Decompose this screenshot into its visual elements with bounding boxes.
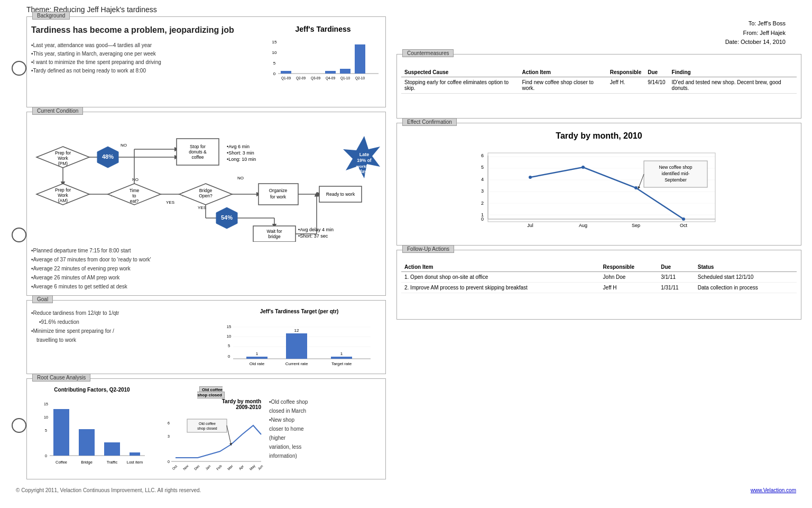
svg-text:•Avg 6 min: •Avg 6 min <box>227 144 250 149</box>
svg-text:Current rate: Current rate <box>285 361 308 366</box>
tardiness-chart: 15 10 5 0 <box>265 35 381 94</box>
svg-text:4: 4 <box>481 177 484 182</box>
header-info: To: Jeff's Boss From: Jeff Hajek Date: O… <box>396 16 801 50</box>
cm-action-1: Find new coffee shop closer to work. <box>519 77 606 93</box>
svg-text:0: 0 <box>45 454 47 458</box>
current-condition-content: Prep for Work (PM) Prep for Work (AM) <box>27 112 385 295</box>
svg-text:•Short: 3 min: •Short: 3 min <box>227 150 254 156</box>
svg-text:6: 6 <box>481 153 484 158</box>
fu-action-1: 1. Open donut shop on-site at office <box>401 271 600 282</box>
cm-col-finding: Finding <box>669 68 797 77</box>
header-date: Date: October 14, 2010 <box>396 38 786 47</box>
fu-due-2: 1/31/11 <box>658 282 695 293</box>
svg-text:Q4-09: Q4-09 <box>326 76 335 80</box>
svg-text:coffee: coffee <box>191 155 204 160</box>
svg-text:Jan: Jan <box>205 464 211 471</box>
svg-rect-119 <box>187 419 227 432</box>
countermeasures-table: Suspected Cause Action Item Responsible … <box>401 68 797 94</box>
svg-text:Open?: Open? <box>199 193 213 198</box>
svg-text:for work: for work <box>270 194 287 199</box>
background-right: Jeff's Tardiness 15 10 5 0 <box>265 25 381 103</box>
fu-action-2: 2. Improve AM process to prevent skippin… <box>401 282 600 293</box>
background-bullet-3: •I want to minimize the time spent prepa… <box>31 58 260 67</box>
svg-text:1: 1 <box>256 351 259 356</box>
svg-text:Q2-10: Q2-10 <box>355 76 365 80</box>
svg-rect-84 <box>246 357 267 359</box>
rca-contributing: Contributing Factors, Q2-2010 15 10 5 0 <box>31 387 153 475</box>
tardiness-chart-title: Jeff's Tardiness <box>265 25 381 33</box>
header-from: From: Jeff Hajek <box>396 29 786 38</box>
effect-chart: 6 5 4 3 2 1 0 <box>462 145 736 240</box>
followup-section: Follow-Up Actions Action Item Responsibl… <box>396 250 801 320</box>
fu-status-1: Scheduled start 12/1/10 <box>695 271 797 282</box>
svg-rect-5 <box>281 71 291 74</box>
svg-text:Q3-09: Q3-09 <box>311 76 320 80</box>
svg-text:Q2-09: Q2-09 <box>296 76 306 80</box>
svg-text:3: 3 <box>481 188 484 194</box>
rca-monthly: Old coffeeshop closed Tardy by month2009… <box>158 387 264 475</box>
svg-rect-9 <box>340 69 350 74</box>
svg-text:Oct: Oct <box>680 223 688 228</box>
svg-text:Traffic: Traffic <box>107 460 118 465</box>
svg-text:Sep: Sep <box>632 223 640 228</box>
root-cause-label: Root Cause Analysis <box>32 374 90 382</box>
countermeasures-section: Countermeasures Suspected Cause Action I… <box>396 54 801 119</box>
fu-col-responsible: Responsible <box>600 262 658 272</box>
svg-text:Jul: Jul <box>527 223 533 228</box>
svg-rect-99 <box>79 429 95 456</box>
followup-label: Follow-Up Actions <box>402 245 454 253</box>
goal-label: Goal <box>32 295 53 303</box>
rca-monthly-chart: 6 3 0 Oct Nov Dec Jan Feb Mar Apr <box>158 411 264 475</box>
svg-text:Ready to work: Ready to work <box>326 192 355 197</box>
footer-copyright: © Copyright 2011, Velaction Continuous I… <box>16 487 201 493</box>
current-condition-label: Current Condition <box>32 107 83 115</box>
goal-chart: 15 10 5 0 1 12 <box>217 316 376 369</box>
svg-text:bridge: bridge <box>268 234 281 239</box>
svg-text:0: 0 <box>168 460 170 464</box>
svg-text:Lost item: Lost item <box>127 460 143 465</box>
svg-text:10: 10 <box>44 415 48 419</box>
footer-link[interactable]: www.Velaction.com <box>751 487 796 493</box>
svg-text:eat?: eat? <box>130 198 139 204</box>
fu-row-1: 1. Open donut shop on-site at office Joh… <box>401 271 797 282</box>
svg-text:NO: NO <box>121 143 127 148</box>
svg-text:Mar: Mar <box>227 464 234 470</box>
svg-text:15: 15 <box>44 402 48 406</box>
svg-text:0: 0 <box>481 216 484 222</box>
followup-content: Action Item Responsible Due Status 1. Op… <box>397 250 801 319</box>
svg-text:Stop for: Stop for <box>190 144 206 149</box>
svg-text:donuts &: donuts & <box>189 149 207 155</box>
left-panel: Background Tardiness has become a proble… <box>26 16 386 479</box>
svg-text:(AM): (AM) <box>58 198 68 203</box>
svg-text:Feb: Feb <box>216 464 223 471</box>
svg-text:identified mid-: identified mid- <box>662 171 690 176</box>
circle-1 <box>12 61 26 76</box>
svg-text:Work: Work <box>58 193 68 198</box>
followup-table: Action Item Responsible Due Status 1. Op… <box>401 262 797 293</box>
svg-text:September: September <box>665 177 687 183</box>
rca-chart-title: Contributing Factors, Q2-2010 <box>31 387 153 393</box>
svg-text:Q1-10: Q1-10 <box>340 76 350 80</box>
fu-responsible-1: John Doe <box>600 271 658 282</box>
svg-text:YES: YES <box>198 205 206 210</box>
svg-text:19% of: 19% of <box>357 158 372 163</box>
effect-chart-title: Tardy by month, 2010 <box>401 131 797 141</box>
svg-text:Prep for: Prep for <box>55 187 71 193</box>
svg-text:•Avg delay 4 min: •Avg delay 4 min <box>298 227 334 232</box>
svg-text:to: to <box>132 193 136 198</box>
header-to: To: Jeff's Boss <box>396 19 786 29</box>
fu-col-due: Due <box>658 262 695 272</box>
svg-point-141 <box>682 217 685 221</box>
svg-text:1: 1 <box>340 351 343 356</box>
svg-text:Prep for: Prep for <box>55 150 71 156</box>
svg-text:days: days <box>359 169 370 174</box>
goal-chart-title: Jeff's Tardiness Target (per qtr) <box>217 309 381 314</box>
svg-text:Organize: Organize <box>269 188 288 193</box>
svg-point-139 <box>582 166 585 169</box>
svg-text:•Long: 10 min: •Long: 10 min <box>227 157 256 162</box>
svg-point-138 <box>529 176 532 179</box>
svg-text:Dec: Dec <box>193 464 201 471</box>
svg-text:NO: NO <box>237 176 244 180</box>
svg-text:6: 6 <box>168 421 170 425</box>
svg-text:12: 12 <box>294 328 299 333</box>
